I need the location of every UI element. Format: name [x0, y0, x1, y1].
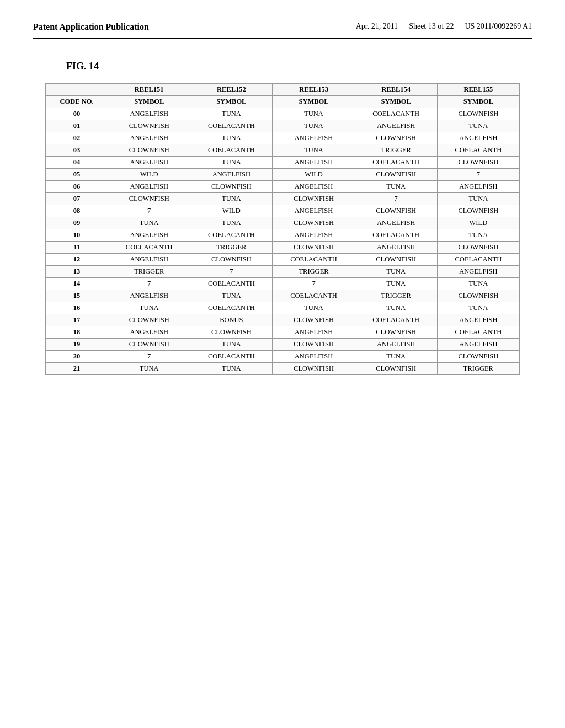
symbol-cell: 7 [108, 351, 190, 363]
code-no-cell: 03 [46, 144, 108, 157]
symbol-cell: CLOWNFISH [437, 157, 519, 169]
symbol-cell: TUNA [190, 193, 273, 205]
symbol-cell: WILD [108, 169, 190, 181]
table-row: 087WILDANGELFISHCLOWNFISHCLOWNFISH [46, 205, 520, 217]
code-no-cell: 12 [46, 254, 108, 266]
code-no-cell: 02 [46, 132, 108, 144]
symbol-cell: TUNA [190, 157, 273, 169]
symbol-cell: TRIGGER [190, 242, 273, 254]
column-header-row: REEL151 REEL152 REEL153 REEL154 REEL155 [46, 84, 520, 96]
symbol-cell: ANGELFISH [273, 229, 355, 242]
table-row: 16TUNACOELACANTHTUNATUNATUNA [46, 302, 520, 314]
symbol-cell: CLOWNFISH [108, 314, 190, 326]
symbol-cell: CLOWNFISH [190, 254, 273, 266]
symbol-cell: ANGELFISH [108, 290, 190, 302]
symbol-cell: ANGELFISH [273, 132, 355, 144]
code-no-cell: 11 [46, 242, 108, 254]
symbol-cell: CLOWNFISH [355, 205, 437, 217]
symbol-cell: TUNA [273, 144, 355, 157]
symbol-cell: TRIGGER [355, 290, 437, 302]
code-no-cell: 21 [46, 363, 108, 375]
symbol-cell: ANGELFISH [437, 132, 519, 144]
code-no-cell: 17 [46, 314, 108, 326]
symbol-cell: ANGELFISH [108, 132, 190, 144]
symbol-cell: WILD [273, 169, 355, 181]
symbol-cell: CLOWNFISH [273, 217, 355, 229]
code-no-cell: 10 [46, 229, 108, 242]
symbol-cell: ANGELFISH [108, 157, 190, 169]
col-header-reel153: REEL153 [273, 84, 355, 96]
symbol-cell: ANGELFISH [437, 266, 519, 278]
table-row: 03CLOWNFISHCOELACANTHTUNATRIGGERCOELACAN… [46, 144, 520, 157]
symbol-cell: CLOWNFISH [355, 254, 437, 266]
figure-label: FIG. 14 [66, 61, 532, 72]
symbol-cell: ANGELFISH [273, 205, 355, 217]
code-no-cell: 15 [46, 290, 108, 302]
table-row: 06ANGELFISHCLOWNFISHANGELFISHTUNAANGELFI… [46, 181, 520, 193]
symbol-cell: 7 [273, 278, 355, 290]
pub-date: Apr. 21, 2011 [356, 22, 398, 31]
symbol-cell: CLOWNFISH [108, 144, 190, 157]
symbol-cell: ANGELFISH [437, 181, 519, 193]
symbol-cell: WILD [190, 205, 273, 217]
symbol-cell: ANGELFISH [273, 326, 355, 339]
code-no-cell: 13 [46, 266, 108, 278]
col-header-reel155: REEL155 [437, 84, 519, 96]
symbol-cell: COELACANTH [437, 254, 519, 266]
symbol-cell: ANGELFISH [108, 254, 190, 266]
symbol-cell: CLOWNFISH [190, 181, 273, 193]
code-no-cell: 01 [46, 120, 108, 132]
symbol-cell: CLOWNFISH [437, 108, 519, 120]
symbol-cell: TUNA [190, 290, 273, 302]
symbol-cell: ANGELFISH [273, 181, 355, 193]
symbol-cell: CLOWNFISH [437, 242, 519, 254]
table-row: 01CLOWNFISHCOELACANTHTUNAANGELFISHTUNA [46, 120, 520, 132]
symbol-cell: CLOWNFISH [190, 326, 273, 339]
col-header-reel152: REEL152 [190, 84, 273, 96]
symbol-cell: CLOWNFISH [355, 169, 437, 181]
symbol-cell: TUNA [437, 302, 519, 314]
table-row: 10ANGELFISHCOELACANTHANGELFISHCOELACANTH… [46, 229, 520, 242]
table-row: 02ANGELFISHTUNAANGELFISHCLOWNFISHANGELFI… [46, 132, 520, 144]
symbol-cell: CLOWNFISH [437, 290, 519, 302]
symbol-cell: TUNA [437, 278, 519, 290]
table-row: 147COELACANTH7TUNATUNA [46, 278, 520, 290]
table-row: 15ANGELFISHTUNACOELACANTHTRIGGERCLOWNFIS… [46, 290, 520, 302]
symbol-cell: 7 [190, 266, 273, 278]
table-row: 21TUNATUNACLOWNFISHCLOWNFISHTRIGGER [46, 363, 520, 375]
symbol-cell: CLOWNFISH [108, 193, 190, 205]
symbol-cell: ANGELFISH [190, 169, 273, 181]
symbol-cell: TUNA [190, 132, 273, 144]
code-no-cell: 00 [46, 108, 108, 120]
symbol-cell: WILD [437, 217, 519, 229]
table-row: 19CLOWNFISHTUNACLOWNFISHANGELFISHANGELFI… [46, 339, 520, 351]
table-row: 12ANGELFISHCLOWNFISHCOELACANTHCLOWNFISHC… [46, 254, 520, 266]
symbol-cell: CLOWNFISH [108, 120, 190, 132]
symbol-cell: CLOWNFISH [437, 351, 519, 363]
symbol-cell: ANGELFISH [355, 339, 437, 351]
symbol-cell: TUNA [355, 351, 437, 363]
table-body: 00ANGELFISHTUNATUNACOELACANTHCLOWNFISH01… [46, 108, 520, 375]
symbol-cell: COELACANTH [190, 278, 273, 290]
subheader-4: SYMBOL [355, 96, 437, 108]
table-row: 18ANGELFISHCLOWNFISHANGELFISHCLOWNFISHCO… [46, 326, 520, 339]
code-no-cell: 09 [46, 217, 108, 229]
sheet-info: Sheet 13 of 22 [409, 22, 454, 31]
symbol-cell: CLOWNFISH [273, 193, 355, 205]
symbol-cell: TUNA [190, 363, 273, 375]
symbol-cell: CLOWNFISH [108, 339, 190, 351]
symbol-cell: COELACANTH [190, 120, 273, 132]
code-no-cell: 20 [46, 351, 108, 363]
symbol-cell: TRIGGER [273, 266, 355, 278]
symbol-cell: TUNA [437, 193, 519, 205]
symbol-cell: TUNA [190, 217, 273, 229]
symbol-cell: TUNA [108, 363, 190, 375]
symbol-cell: ANGELFISH [355, 120, 437, 132]
symbol-table: REEL151 REEL152 REEL153 REEL154 REEL155 … [45, 83, 520, 375]
table-row: 04ANGELFISHTUNAANGELFISHCOELACANTHCLOWNF… [46, 157, 520, 169]
publication-title: Patent Application Publication [33, 22, 149, 32]
symbol-cell: ANGELFISH [437, 314, 519, 326]
symbol-cell: CLOWNFISH [273, 339, 355, 351]
page-header: Patent Application Publication Apr. 21, … [33, 22, 532, 39]
table-row: 05WILDANGELFISHWILDCLOWNFISH7 [46, 169, 520, 181]
